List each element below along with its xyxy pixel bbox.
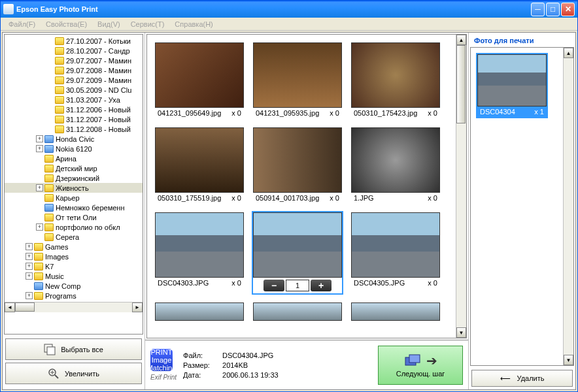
thumb-count: x 0 (330, 194, 339, 202)
tree-expand-icon[interactable]: + (36, 184, 43, 191)
thumb-count: x 0 (231, 194, 241, 202)
thumbnail[interactable]: DSC04305.JPGx 0 (350, 211, 441, 295)
tree-item[interactable]: Карьер (5, 193, 143, 203)
tree-expand-icon[interactable]: + (26, 272, 33, 280)
qty-minus-button[interactable]: − (264, 280, 284, 291)
tree-item[interactable]: +Honda Civic (5, 134, 143, 144)
tree-item[interactable]: Серега (5, 232, 143, 242)
thumb-count: x 0 (231, 279, 241, 287)
next-step-button[interactable]: ➔ Следующ. шаг (378, 346, 463, 385)
thumb-filename: 050310_175423.jpg (354, 109, 417, 117)
tree-item[interactable]: 31.03.2007 - Уха (5, 95, 143, 105)
tree-item[interactable]: 30.05.2009 - ND Clu (5, 85, 143, 95)
tree-label: Детский мир (56, 165, 97, 172)
thumbnail[interactable] (154, 301, 245, 322)
thumbnail[interactable]: DSC04303.JPGx 0 (154, 211, 245, 295)
thumbs-vscrollbar[interactable]: ▲ ▼ (456, 35, 466, 338)
tree-item[interactable]: Арина (5, 154, 143, 163)
thumbnail[interactable]: 050310_175519.jpgx 0 (154, 126, 245, 204)
qty-input[interactable] (286, 280, 309, 291)
tree-item[interactable]: +K7 (5, 261, 143, 271)
tree-item[interactable]: 31.12.2006 - Новый (5, 105, 143, 114)
thumbnail[interactable] (252, 301, 343, 322)
tree-item[interactable]: 31.12.2007 - Новый (5, 114, 143, 124)
delete-button[interactable]: ⟵ Удалить (471, 370, 573, 387)
tree-hscrollbar[interactable]: ◄ ► (5, 302, 143, 312)
tree-item[interactable]: +Nokia 6120 (5, 144, 143, 154)
thumbnail[interactable] (350, 301, 441, 322)
tree-expand-icon[interactable]: + (26, 292, 33, 299)
tree-expand-icon[interactable]: + (36, 135, 43, 142)
tree-item[interactable]: Дзержинский (5, 173, 143, 183)
close-button[interactable]: ✕ (561, 3, 575, 16)
queue-thumbnail[interactable]: DSC04304x 1 (476, 53, 548, 118)
tree-label: 29.07.2009 - Мамин (66, 76, 131, 84)
tree-item[interactable]: Немножко беременн (5, 203, 143, 212)
scroll-right-icon[interactable]: ► (132, 302, 143, 312)
meta-size-label: Размер: (183, 361, 222, 369)
tree-item[interactable]: +Games (5, 242, 143, 252)
thumb-image (155, 212, 244, 278)
tree-label: 31.12.2006 - Новый (66, 106, 131, 114)
folder-icon (34, 292, 43, 300)
tree-expand-icon[interactable]: + (26, 243, 33, 250)
tree-expand-icon[interactable]: + (36, 223, 43, 231)
zoom-button[interactable]: Увеличить (5, 363, 142, 384)
thumb-filename: 1.JPG (354, 194, 374, 202)
tree-item[interactable]: Детский мир (5, 163, 143, 173)
minimize-button[interactable]: ─ (531, 3, 545, 16)
tree-item[interactable]: +портфолио по обкл (5, 222, 143, 232)
tree-expand-icon[interactable]: + (36, 145, 43, 152)
scroll-left-icon[interactable]: ◄ (5, 302, 15, 312)
meta-file-value: DSC04304.JPG (222, 351, 279, 359)
tree-expand-icon[interactable]: + (26, 263, 33, 270)
tree-item[interactable]: 29.07.2007 - Мамин (5, 56, 143, 65)
thumbnail[interactable]: −+ (252, 211, 343, 295)
tree-item[interactable]: 29.07.2009 - Мамин (5, 75, 143, 85)
thumb-count: x 0 (428, 279, 437, 287)
select-all-button[interactable]: Выбрать все (5, 338, 142, 360)
tree-label: Живность (56, 184, 89, 192)
qty-plus-button[interactable]: + (311, 280, 332, 291)
thumb-filename: DSC04303.JPG (158, 279, 209, 287)
queue-filename: DSC04304 (480, 108, 515, 116)
titlebar: Epson Easy Photo Print ─ □ ✕ (1, 1, 577, 18)
maximize-button[interactable]: □ (546, 3, 560, 16)
folder-tree[interactable]: 27.10.2007 - Котьки28.10.2007 - Сандр29.… (4, 34, 143, 335)
scroll-up-icon[interactable]: ▲ (456, 35, 466, 45)
queue-vscrollbar[interactable]: ▲▼ (563, 48, 573, 365)
thumbnail[interactable]: 041231_095649.jpgx 0 (154, 41, 245, 120)
thumbnail[interactable]: 041231_095935.jpgx 0 (252, 41, 343, 120)
tree-item[interactable]: 29.07.2008 - Мамин (5, 65, 143, 75)
folder-icon (55, 67, 64, 74)
thumbnail[interactable]: 050310_175423.jpgx 0 (350, 41, 441, 120)
tree-expand-icon[interactable]: + (26, 253, 33, 260)
tree-item[interactable]: +Music (5, 271, 143, 281)
thumb-count: x 0 (428, 109, 437, 117)
tree-item[interactable]: +Живность (5, 183, 143, 193)
menu-file[interactable]: Файл(F) (3, 19, 41, 29)
thumbnail[interactable]: 1.JPGx 0 (350, 126, 441, 204)
tree-item[interactable]: 27.10.2007 - Котьки (5, 36, 143, 46)
tree-label: От тети Оли (56, 214, 97, 221)
tree-item[interactable]: +Programs (5, 291, 143, 301)
menu-view[interactable]: Вид(V) (92, 19, 126, 29)
scroll-down-icon[interactable]: ▼ (456, 327, 466, 338)
svg-rect-7 (409, 355, 420, 363)
folder-icon (44, 174, 54, 182)
tree-item[interactable]: New Comp (5, 281, 143, 291)
queue-image (477, 54, 547, 106)
tree-item[interactable]: 31.12.2008 - Новый (5, 124, 143, 134)
tree-label: 30.05.2009 - ND Clu (66, 86, 131, 94)
tree-label: Honda Civic (56, 135, 94, 143)
thumb-count: x 0 (428, 194, 437, 202)
tree-item[interactable]: 28.10.2007 - Сандр (5, 46, 143, 56)
tree-item[interactable]: От тети Оли (5, 212, 143, 222)
thumbnail[interactable]: 050914_001703.jpgx 0 (252, 126, 343, 204)
menu-properties[interactable]: Свойства(E) (41, 19, 92, 29)
menu-help[interactable]: Справка(H) (169, 19, 218, 29)
svg-rect-1 (47, 347, 55, 355)
folder-icon (55, 86, 64, 94)
menu-service[interactable]: Сервис(T) (126, 19, 170, 29)
tree-item[interactable]: +Images (5, 252, 143, 261)
